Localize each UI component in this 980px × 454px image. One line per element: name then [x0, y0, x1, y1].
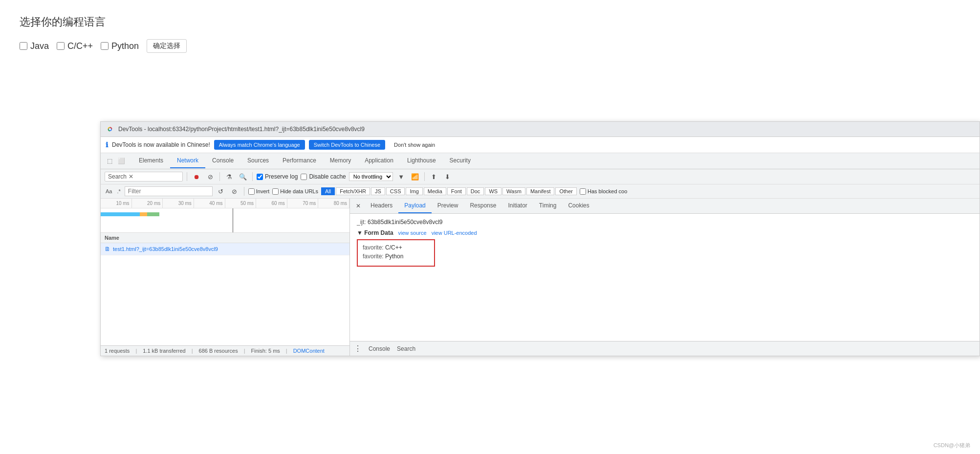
- filter-tag-media[interactable]: Media: [424, 187, 446, 195]
- filter-tag-doc[interactable]: Doc: [467, 187, 484, 195]
- regex-button[interactable]: .*: [116, 188, 121, 195]
- cpp-checkbox-item: C/C++: [57, 41, 93, 51]
- filter-tag-img[interactable]: Img: [406, 187, 422, 195]
- filter-clear-icon[interactable]: ⊘: [229, 186, 240, 197]
- hide-data-urls-label[interactable]: Hide data URLs: [272, 188, 318, 195]
- python-checkbox[interactable]: [101, 42, 109, 50]
- separator-3: [252, 172, 253, 181]
- table-row[interactable]: 🗎 test1.html?_ijt=63b85dlk1ini5e50cve8v8…: [101, 243, 349, 255]
- throttle-select[interactable]: No throttling: [349, 172, 393, 181]
- import-icon[interactable]: ⬆: [429, 171, 439, 182]
- tab-console[interactable]: Console: [205, 154, 240, 168]
- separator-1: [187, 172, 187, 181]
- stop-button[interactable]: ⊘: [205, 171, 216, 182]
- filter-tag-ws[interactable]: WS: [485, 187, 501, 195]
- tab-initiator[interactable]: Initiator: [502, 199, 533, 213]
- ruler-80ms: 80 ms: [318, 199, 349, 208]
- timeline-bars: [101, 208, 349, 233]
- switch-devtools-button[interactable]: Switch DevTools to Chinese: [309, 140, 385, 150]
- invert-checkbox[interactable]: [248, 188, 255, 195]
- tab-preview[interactable]: Preview: [432, 199, 464, 213]
- record-button[interactable]: ⏺: [191, 171, 202, 182]
- tab-cookies[interactable]: Cookies: [562, 199, 595, 213]
- preserve-log-text: Preserve log: [265, 173, 298, 180]
- bottom-console-tab[interactable]: Console: [369, 345, 390, 352]
- ruler-60ms: 60 ms: [256, 199, 287, 208]
- confirm-button[interactable]: 确定选择: [147, 39, 187, 53]
- filter-tag-other[interactable]: Other: [555, 187, 577, 195]
- filter-refresh-icon[interactable]: ↺: [216, 186, 226, 197]
- tab-elements[interactable]: Elements: [132, 154, 170, 168]
- form-data-label: ▼ Form Data: [357, 229, 393, 236]
- preserve-log-label[interactable]: Preserve log: [257, 173, 298, 180]
- hide-data-urls-checkbox[interactable]: [272, 188, 279, 195]
- search-label: Search: [108, 173, 127, 180]
- form-data-section: ▼ Form Data view source view URL-encoded…: [357, 229, 973, 267]
- dont-show-again-button[interactable]: Don't show again: [389, 140, 440, 150]
- timeline-bar-orange: [140, 212, 147, 216]
- view-url-encoded-link[interactable]: view URL-encoded: [432, 230, 477, 236]
- form-data-row-2: favorite: Python: [363, 253, 429, 260]
- view-source-link[interactable]: view source: [398, 230, 427, 236]
- filter-tag-fetch[interactable]: Fetch/XHR: [336, 187, 370, 195]
- filter-tag-manifest[interactable]: Manifest: [526, 187, 555, 195]
- tab-response[interactable]: Response: [464, 199, 502, 213]
- devtools-statusbar: 1 requests | 1.1 kB transferred | 686 B …: [101, 345, 349, 356]
- has-blocked-checkbox[interactable]: [580, 188, 586, 195]
- favorite-value-1: C/C++: [385, 244, 402, 251]
- export-icon[interactable]: ⬇: [442, 171, 453, 182]
- timeline-area: 10 ms 20 ms 30 ms 40 ms 50 ms 60 ms 70 m…: [101, 199, 349, 233]
- filter-tag-css[interactable]: CSS: [386, 187, 405, 195]
- tab-payload[interactable]: Payload: [398, 199, 431, 213]
- close-panel-button[interactable]: ✕: [352, 200, 365, 212]
- python-checkbox-item: Python: [101, 41, 139, 51]
- tab-sources[interactable]: Sources: [240, 154, 276, 168]
- device-icon[interactable]: ⬜: [116, 156, 126, 166]
- ruler-50ms: 50 ms: [225, 199, 257, 208]
- tab-application[interactable]: Application: [358, 154, 400, 168]
- status-domcontent: DOMContent: [293, 348, 325, 354]
- tab-performance[interactable]: Performance: [276, 154, 323, 168]
- filter-tag-wasm[interactable]: Wasm: [502, 187, 525, 195]
- filter-input[interactable]: [125, 186, 213, 196]
- menu-dots[interactable]: ⋮: [354, 344, 362, 353]
- ruler-30ms: 30 ms: [163, 199, 194, 208]
- disable-cache-checkbox[interactable]: [301, 174, 307, 180]
- disable-cache-label[interactable]: Disable cache: [301, 173, 346, 180]
- cpp-label: C/C++: [67, 41, 93, 51]
- java-checkbox[interactable]: [20, 42, 27, 50]
- file-icon: 🗎: [105, 246, 110, 252]
- invert-label[interactable]: Invert: [248, 188, 270, 195]
- filter-tag-font[interactable]: Font: [447, 187, 466, 195]
- has-blocked-label[interactable]: Has blocked coo: [580, 188, 627, 195]
- always-match-button[interactable]: Always match Chrome's language: [214, 140, 305, 150]
- wifi-icon[interactable]: 📶: [410, 171, 420, 182]
- bottom-search-tab[interactable]: Search: [397, 345, 415, 352]
- status-finish: Finish: 5 ms: [251, 348, 280, 354]
- filter-tag-all[interactable]: All: [321, 187, 335, 195]
- search-icon[interactable]: 🔍: [238, 171, 248, 182]
- tab-lighthouse[interactable]: Lighthouse: [400, 154, 443, 168]
- tab-headers[interactable]: Headers: [365, 199, 398, 213]
- network-row-name: test1.html?_ijt=63b85dlk1ini5e50cve8v8vc…: [113, 246, 346, 252]
- hide-data-urls-text: Hide data URLs: [280, 188, 318, 194]
- throttle-dropdown-icon[interactable]: ▼: [396, 171, 407, 182]
- favorite-value-2: Python: [385, 253, 403, 260]
- tab-memory[interactable]: Memory: [323, 154, 358, 168]
- cpp-checkbox[interactable]: [57, 42, 65, 50]
- ruler-10ms: 10 ms: [101, 199, 132, 208]
- timeline-bar-blue: [101, 212, 140, 216]
- tab-timing[interactable]: Timing: [533, 199, 563, 213]
- inspect-icon[interactable]: ⬚: [105, 156, 114, 166]
- tab-network[interactable]: Network: [170, 154, 205, 168]
- filter-icon[interactable]: ⚗: [224, 171, 235, 182]
- separator-2: [219, 172, 220, 181]
- filter-tag-js[interactable]: JS: [371, 187, 385, 195]
- aa-button[interactable]: Aa: [105, 188, 113, 195]
- right-panel: ✕ Headers Payload Preview Response Initi…: [350, 199, 980, 356]
- ijt-key: _ijt:: [357, 219, 366, 226]
- search-clear-button[interactable]: ✕: [129, 173, 133, 180]
- right-content: _ijt: 63b85dlk1ini5e50cve8v8vcl9 ▼ Form …: [350, 214, 980, 341]
- tab-security[interactable]: Security: [443, 154, 478, 168]
- preserve-log-checkbox[interactable]: [257, 174, 263, 180]
